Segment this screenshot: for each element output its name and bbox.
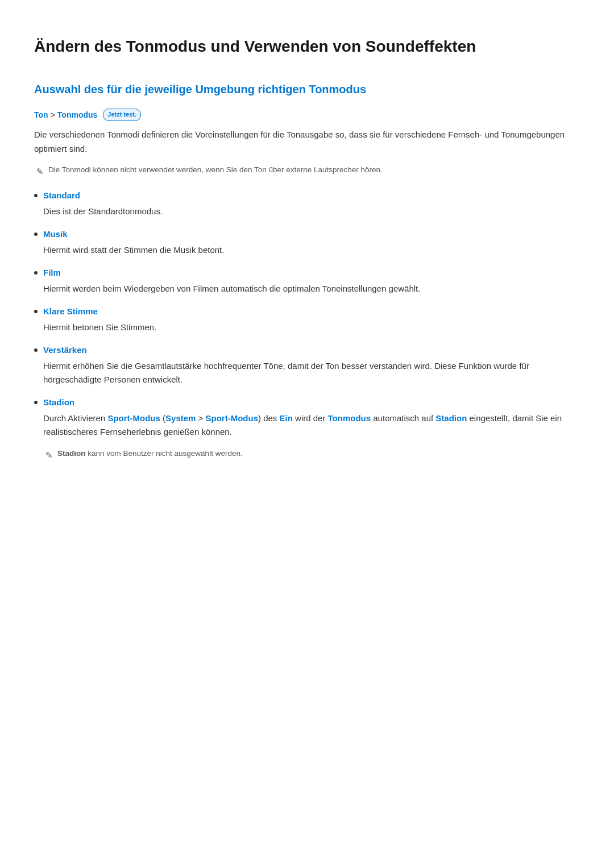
- bullet-content-film: Film Hiermit werden beim Wiedergeben von…: [43, 266, 580, 305]
- link-stadion[interactable]: Stadion: [435, 413, 467, 423]
- list-item: Verstärken Hiermit erhöhen Sie die Gesam…: [34, 343, 580, 396]
- list-item: Film Hiermit werden beim Wiedergeben von…: [34, 266, 580, 305]
- term-film: Film: [43, 266, 580, 280]
- stadion-sub-note-post: kann vom Benutzer nicht ausgewählt werde…: [86, 449, 243, 458]
- desc-film: Hiermit werden beim Wiedergeben von Film…: [43, 282, 580, 296]
- now-test-badge: Jetzt test.: [103, 109, 141, 121]
- stadion-sub-note-term: Stadion: [57, 449, 86, 458]
- stadion-desc-auf: automatisch auf: [371, 413, 435, 423]
- bullet-content-standard: Standard Dies ist der Standardtonmodus.: [43, 189, 580, 227]
- breadcrumb: Ton > Tonmodus Jetzt test.: [34, 109, 580, 121]
- desc-musik: Hiermit wird statt der Stimmen die Musik…: [43, 243, 580, 257]
- bullet-dot: [34, 310, 38, 313]
- stadion-desc-system-pre: (: [160, 413, 165, 423]
- link-sport-modus2[interactable]: Sport-Modus: [206, 413, 258, 423]
- list-item: Musik Hiermit wird statt der Stimmen die…: [34, 227, 580, 266]
- stadion-desc-wird: wird der: [293, 413, 328, 423]
- breadcrumb-separator: >: [51, 109, 55, 121]
- stadion-desc-des: ) des: [258, 413, 280, 423]
- term-standard: Standard: [43, 189, 580, 202]
- bullet-content-musik: Musik Hiermit wird statt der Stimmen die…: [43, 227, 580, 266]
- intro-text: Die verschiedenen Tonmodi definieren die…: [34, 128, 580, 156]
- term-verstaerken: Verstärken: [43, 343, 580, 357]
- desc-klare-stimme: Hiermit betonen Sie Stimmen.: [43, 321, 580, 334]
- bullet-content-klare-stimme: Klare Stimme Hiermit betonen Sie Stimmen…: [43, 305, 580, 343]
- list-item: Standard Dies ist der Standardtonmodus.: [34, 189, 580, 227]
- breadcrumb-ton[interactable]: Ton: [34, 109, 48, 121]
- page-title: Ändern des Tonmodus und Verwenden von So…: [34, 23, 580, 60]
- link-system[interactable]: System: [165, 413, 196, 423]
- link-sport-modus[interactable]: Sport-Modus: [107, 413, 160, 423]
- pencil-icon-sub: ✎: [45, 448, 53, 462]
- bullet-dot: [34, 271, 38, 275]
- bullet-content-stadion: Stadion Durch Aktivieren Sport-Modus (Sy…: [43, 396, 580, 471]
- bullet-dot: [34, 232, 38, 236]
- term-klare-stimme: Klare Stimme: [43, 305, 580, 318]
- bullet-list: Standard Dies ist der Standardtonmodus. …: [34, 189, 580, 471]
- bullet-dot: [34, 194, 38, 197]
- stadion-desc-pre: Durch Aktivieren: [43, 413, 107, 423]
- list-item-stadion: Stadion Durch Aktivieren Sport-Modus (Sy…: [34, 396, 580, 471]
- bullet-dot: [34, 401, 38, 404]
- desc-verstaerken: Hiermit erhöhen Sie die Gesamtlautstärke…: [43, 359, 580, 387]
- pencil-icon: ✎: [36, 165, 44, 178]
- bullet-dot: [34, 348, 38, 352]
- bullet-content-verstaerken: Verstärken Hiermit erhöhen Sie die Gesam…: [43, 343, 580, 396]
- list-item: Klare Stimme Hiermit betonen Sie Stimmen…: [34, 305, 580, 343]
- link-tonmodus[interactable]: Tonmodus: [328, 413, 371, 423]
- stadion-desc-sep: >: [196, 413, 205, 423]
- link-ein[interactable]: Ein: [280, 413, 293, 423]
- breadcrumb-tonmodus[interactable]: Tonmodus: [57, 109, 98, 121]
- main-note-box: ✎ Die Tonmodi können nicht verwendet wer…: [36, 164, 580, 178]
- desc-standard: Dies ist der Standardtonmodus.: [43, 205, 580, 218]
- main-note-text: Die Tonmodi können nicht verwendet werde…: [48, 164, 383, 176]
- stadion-sub-note: ✎ Stadion kann vom Benutzer nicht ausgew…: [43, 448, 580, 462]
- desc-stadion: Durch Aktivieren Sport-Modus (System > S…: [43, 412, 580, 439]
- term-stadion: Stadion: [43, 396, 580, 409]
- section-title: Auswahl des für die jeweilige Umgebung r…: [34, 80, 580, 98]
- term-musik: Musik: [43, 227, 580, 241]
- stadion-sub-note-text: Stadion kann vom Benutzer nicht ausgewäh…: [57, 448, 243, 460]
